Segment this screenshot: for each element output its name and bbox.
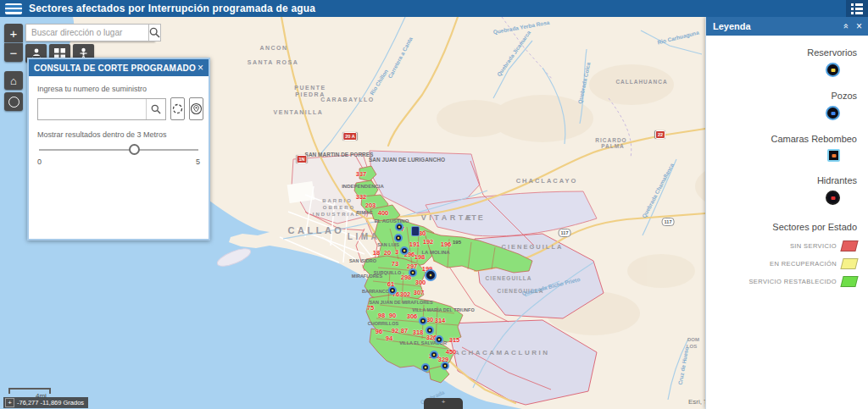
consulta-panel-header[interactable]: CONSULTA DE CORTE PROGRAMADO × xyxy=(29,59,209,76)
legend-status-row: SIN SERVICIO xyxy=(715,240,857,251)
coordinates-text: -76,277 -11,869 Grados xyxy=(17,399,84,406)
home-button[interactable]: ⌂ xyxy=(4,71,23,90)
search-icon xyxy=(151,104,161,114)
search-bar xyxy=(25,24,155,41)
app-header: Sectores afectados por Interrupción prog… xyxy=(0,0,868,17)
status-label: EN RECUPERACIÓN xyxy=(770,260,837,268)
close-icon[interactable]: × xyxy=(856,21,862,31)
legend-body: Reservorios Pozos Camaras Rebombeo Hidra… xyxy=(706,36,868,287)
legend-item-label: Pozos xyxy=(715,91,857,101)
gps-locate-button[interactable] xyxy=(170,97,185,120)
search-button[interactable] xyxy=(148,24,161,41)
hydrant-icon xyxy=(826,191,840,205)
consulta-panel-body: Ingresa tu numero de suministro xyxy=(29,76,209,166)
search-input[interactable] xyxy=(25,24,148,41)
crosshair-icon[interactable]: + xyxy=(5,398,14,407)
airport-area xyxy=(287,181,315,203)
close-icon[interactable]: × xyxy=(198,63,203,73)
crosshair-circle-icon xyxy=(171,102,184,115)
consulta-panel: CONSULTA DE CORTE PROGRAMADO × Ingresa t… xyxy=(27,58,210,240)
radius-slider-label: Mostrar resultados dentro de 3 Metros xyxy=(37,130,200,139)
legend-panel-header[interactable]: Leyenda » × xyxy=(706,17,868,36)
legend-status-row: EN RECUPERACIÓN xyxy=(715,258,857,269)
status-swatch-servicio-restablecido xyxy=(840,276,858,287)
legend-item-label: Hidrantes xyxy=(715,175,857,185)
pump-chamber-icon xyxy=(827,149,840,162)
collapse-icon[interactable]: » xyxy=(840,24,850,29)
legend-section-title: Sectores por Estado xyxy=(715,222,857,232)
pin-button[interactable] xyxy=(189,97,203,120)
locate-button[interactable] xyxy=(4,92,23,111)
slider-min-label: 0 xyxy=(37,158,42,166)
zoom-out-button[interactable]: − xyxy=(4,43,23,62)
locate-icon xyxy=(8,97,19,108)
slider-handle[interactable] xyxy=(129,144,140,155)
status-label: SERVICIO RESTABLECIDO xyxy=(748,278,837,285)
layer-list-icon[interactable] xyxy=(846,0,868,17)
status-swatch-en-recuperacion xyxy=(840,258,858,269)
status-swatch-sin-servicio xyxy=(840,240,858,251)
legend-item-label: Reservorios xyxy=(715,47,857,58)
search-icon xyxy=(149,27,160,38)
supply-input-wrap xyxy=(37,98,166,120)
legend-item-label: Camaras Rebombeo xyxy=(715,134,857,144)
legend-panel: Leyenda » × Reservorios Pozos Camaras Re… xyxy=(705,17,868,409)
slider-max-label: 5 xyxy=(196,158,200,166)
supply-search-button[interactable] xyxy=(146,99,165,119)
page-title: Sectores afectados por Interrupción prog… xyxy=(29,3,315,14)
consulta-panel-title: CONSULTA DE CORTE PROGRAMADO xyxy=(34,64,196,73)
radius-slider xyxy=(39,144,198,156)
attribution-button[interactable]: + xyxy=(424,398,463,409)
coordinates-badge: + -76,277 -11,869 Grados xyxy=(3,397,88,408)
slider-track[interactable] xyxy=(39,149,198,151)
legend-status-row: SERVICIO RESTABLECIDO xyxy=(715,276,857,287)
sedapal-logo xyxy=(5,3,22,14)
app-root: ANCONSANTA ROSAPUENTEPIEDRACARABAYLLOVEN… xyxy=(0,0,868,409)
legend-title: Leyenda xyxy=(713,21,843,31)
reservoir-icon xyxy=(826,63,840,77)
status-label: SIN SERVICIO xyxy=(790,242,837,250)
supply-input-label: Ingresa tu numero de suministro xyxy=(37,85,200,93)
supply-number-input[interactable] xyxy=(38,99,146,119)
map-pin-icon xyxy=(190,102,203,115)
well-icon xyxy=(826,106,840,120)
zoom-in-button[interactable]: + xyxy=(4,24,23,42)
